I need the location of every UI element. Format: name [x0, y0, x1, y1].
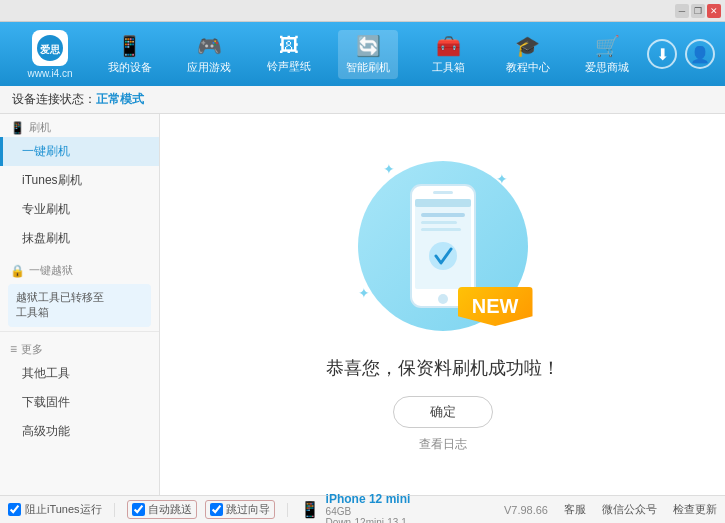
sidebar-item-other-tools[interactable]: 其他工具	[0, 359, 159, 388]
sidebar-notice: 越狱工具已转移至 工具箱	[8, 284, 151, 327]
lock-icon: 🔒	[10, 264, 25, 278]
nav-mall-label: 爱思商城	[585, 60, 629, 75]
header: 爱思 www.i4.cn 📱 我的设备 🎮 应用游戏 🖼 铃声壁纸 🔄 智能刷机…	[0, 22, 725, 86]
svg-rect-8	[421, 221, 457, 224]
nav-apps-label: 应用游戏	[187, 60, 231, 75]
minimize-button[interactable]: ─	[675, 4, 689, 18]
status-prefix: 设备连接状态：	[12, 91, 96, 108]
device-icon: 📱	[300, 500, 320, 519]
nav-apps-games[interactable]: 🎮 应用游戏	[179, 30, 239, 79]
update-link[interactable]: 检查更新	[673, 502, 717, 517]
flash-group-icon: 📱	[10, 121, 25, 135]
nav-toolbox-icon: 🧰	[436, 34, 461, 58]
device-version: Down-12mini-13,1	[326, 517, 411, 524]
restore-button[interactable]: ❐	[691, 4, 705, 18]
advanced-label: 高级功能	[22, 424, 70, 438]
svg-rect-5	[433, 191, 453, 194]
nav-my-device[interactable]: 📱 我的设备	[100, 30, 160, 79]
sparkle-3: ✦	[358, 285, 370, 301]
notice-text: 越狱工具已转移至 工具箱	[16, 291, 104, 318]
sidebar-section-flash: 📱 刷机 一键刷机 iTunes刷机 专业刷机 抹盘刷机	[0, 114, 159, 253]
sidebar-item-wipe-flash[interactable]: 抹盘刷机	[0, 224, 159, 253]
nav-wallpaper-icon: 🖼	[279, 34, 299, 57]
footer: 阻止iTunes运行 自动跳送 跳过向导 📱 iPhone 12 mini 64…	[0, 495, 725, 523]
device-storage: 64GB	[326, 506, 411, 517]
nav-tutorial[interactable]: 🎓 教程中心	[498, 30, 558, 79]
status-bar: 设备连接状态： 正常模式	[0, 86, 725, 114]
sidebar-group-flash: 📱 刷机	[0, 114, 159, 137]
nav-smart-flash[interactable]: 🔄 智能刷机	[338, 30, 398, 79]
jailbreak-group-label: 一键越狱	[29, 263, 73, 278]
logo-icon: 爱思	[32, 30, 68, 66]
nav-toolbox-label: 工具箱	[432, 60, 465, 75]
flash-group-label: 刷机	[29, 120, 51, 135]
itunes-checkbox[interactable]	[8, 503, 21, 516]
confirm-button[interactable]: 确定	[393, 396, 493, 428]
service-link[interactable]: 客服	[564, 502, 586, 517]
title-bar: ─ ❐ ✕	[0, 0, 725, 22]
sparkle-2: ✦	[383, 161, 395, 177]
one-click-flash-label: 一键刷机	[22, 144, 70, 158]
svg-rect-9	[421, 228, 461, 231]
itunes-flash-label: iTunes刷机	[22, 173, 82, 187]
auto-send-checkbox-group: 自动跳送	[127, 500, 197, 519]
skip-wizard-checkbox[interactable]	[210, 503, 223, 516]
sidebar-group-more: ≡ 更多	[0, 336, 159, 359]
device-name: iPhone 12 mini	[326, 492, 411, 506]
nav-toolbox[interactable]: 🧰 工具箱	[418, 30, 478, 79]
logo-subtitle: www.i4.cn	[27, 68, 72, 79]
auto-send-checkbox[interactable]	[132, 503, 145, 516]
close-button[interactable]: ✕	[707, 4, 721, 18]
nav-smart-flash-label: 智能刷机	[346, 60, 390, 75]
nav-items: 📱 我的设备 🎮 应用游戏 🖼 铃声壁纸 🔄 智能刷机 🧰 工具箱 🎓 教程中心…	[90, 30, 647, 79]
user-button[interactable]: 👤	[685, 39, 715, 69]
other-tools-label: 其他工具	[22, 366, 70, 380]
nav-tutorial-label: 教程中心	[506, 60, 550, 75]
nav-tutorial-icon: 🎓	[515, 34, 540, 58]
download-firmware-label: 下载固件	[22, 395, 70, 409]
version-label: V7.98.66	[504, 504, 548, 516]
status-value: 正常模式	[96, 91, 144, 108]
header-actions: ⬇ 👤	[647, 39, 715, 69]
download-button[interactable]: ⬇	[647, 39, 677, 69]
sidebar-item-advanced[interactable]: 高级功能	[0, 417, 159, 446]
svg-text:爱思: 爱思	[40, 44, 61, 55]
device-info: iPhone 12 mini 64GB Down-12mini-13,1	[326, 492, 411, 524]
revisit-log-link[interactable]: 查看日志	[419, 436, 467, 453]
svg-point-10	[429, 242, 457, 270]
footer-right: V7.98.66 客服 微信公众号 检查更新	[504, 502, 717, 517]
skip-wizard-checkbox-group: 跳过向导	[205, 500, 275, 519]
sidebar-section-more: ≡ 更多 其他工具 下载固件 高级功能	[0, 336, 159, 446]
logo[interactable]: 爱思 www.i4.cn	[10, 30, 90, 79]
success-title: 恭喜您，保资料刷机成功啦！	[326, 356, 560, 380]
sidebar-section-jailbreak: 🔒 一键越狱 越狱工具已转移至 工具箱	[0, 257, 159, 327]
sidebar-item-pro-flash[interactable]: 专业刷机	[0, 195, 159, 224]
more-group-icon: ≡	[10, 342, 17, 356]
more-group-label: 更多	[21, 342, 43, 357]
svg-rect-6	[415, 199, 471, 207]
nav-apps-icon: 🎮	[197, 34, 222, 58]
itunes-status: 阻止iTunes运行	[8, 502, 102, 517]
nav-my-device-label: 我的设备	[108, 60, 152, 75]
sparkle-1: ✦	[496, 171, 508, 187]
sidebar-group-jailbreak: 🔒 一键越狱	[0, 257, 159, 280]
nav-mall-icon: 🛒	[595, 34, 620, 58]
sidebar-item-download-firmware[interactable]: 下载固件	[0, 388, 159, 417]
wipe-flash-label: 抹盘刷机	[22, 231, 70, 245]
footer-left: 阻止iTunes运行 自动跳送 跳过向导 📱 iPhone 12 mini 64…	[8, 492, 504, 524]
skip-wizard-label: 跳过向导	[226, 502, 270, 517]
itunes-label: 阻止iTunes运行	[25, 502, 102, 517]
wechat-link[interactable]: 微信公众号	[602, 502, 657, 517]
nav-smart-flash-icon: 🔄	[356, 34, 381, 58]
sidebar-item-itunes-flash[interactable]: iTunes刷机	[0, 166, 159, 195]
content-area: ✦ ✦ ✦	[160, 114, 725, 495]
footer-divider-2	[287, 503, 288, 517]
nav-my-device-icon: 📱	[117, 34, 142, 58]
footer-divider-1	[114, 503, 115, 517]
footer-device: 📱 iPhone 12 mini 64GB Down-12mini-13,1	[300, 492, 411, 524]
nav-mall[interactable]: 🛒 爱思商城	[577, 30, 637, 79]
nav-wallpaper[interactable]: 🖼 铃声壁纸	[259, 30, 319, 78]
svg-rect-7	[421, 213, 465, 217]
sidebar-item-one-click-flash[interactable]: 一键刷机	[0, 137, 159, 166]
svg-point-4	[438, 294, 448, 304]
